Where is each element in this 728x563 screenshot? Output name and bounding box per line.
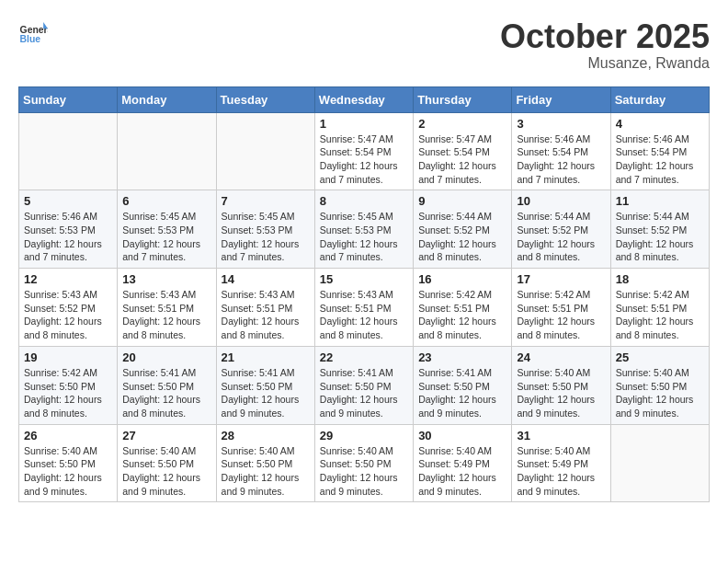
day-number: 21 — [222, 350, 310, 364]
day-info: Sunrise: 5:43 AM Sunset: 5:51 PM Dayligh… — [320, 288, 408, 342]
day-number: 5 — [24, 194, 112, 208]
calendar-cell: 30Sunrise: 5:40 AM Sunset: 5:49 PM Dayli… — [414, 424, 512, 502]
calendar-cell: 29Sunrise: 5:40 AM Sunset: 5:50 PM Dayli… — [314, 424, 413, 502]
calendar-cell: 25Sunrise: 5:40 AM Sunset: 5:50 PM Dayli… — [610, 346, 709, 424]
day-number: 4 — [616, 117, 704, 131]
day-info: Sunrise: 5:45 AM Sunset: 5:53 PM Dayligh… — [320, 210, 408, 264]
calendar-week-row: 12Sunrise: 5:43 AM Sunset: 5:52 PM Dayli… — [19, 269, 710, 347]
day-number: 12 — [24, 272, 112, 286]
day-info: Sunrise: 5:44 AM Sunset: 5:52 PM Dayligh… — [616, 210, 704, 264]
weekday-header: Friday — [512, 86, 610, 112]
day-info: Sunrise: 5:43 AM Sunset: 5:51 PM Dayligh… — [222, 288, 310, 342]
day-number: 7 — [222, 194, 310, 208]
calendar-cell: 2Sunrise: 5:47 AM Sunset: 5:54 PM Daylig… — [414, 112, 512, 190]
day-info: Sunrise: 5:40 AM Sunset: 5:50 PM Dayligh… — [222, 444, 310, 499]
day-number: 17 — [517, 272, 605, 286]
weekday-header: Monday — [118, 86, 216, 112]
calendar-cell: 9Sunrise: 5:44 AM Sunset: 5:52 PM Daylig… — [414, 190, 512, 269]
day-number: 2 — [418, 117, 506, 131]
calendar-cell: 10Sunrise: 5:44 AM Sunset: 5:52 PM Dayli… — [512, 190, 610, 269]
day-number: 8 — [320, 194, 408, 208]
calendar-cell: 22Sunrise: 5:41 AM Sunset: 5:50 PM Dayli… — [314, 346, 413, 424]
calendar-week-row: 5Sunrise: 5:46 AM Sunset: 5:53 PM Daylig… — [19, 190, 710, 269]
calendar-cell: 4Sunrise: 5:46 AM Sunset: 5:54 PM Daylig… — [610, 112, 709, 190]
day-info: Sunrise: 5:42 AM Sunset: 5:51 PM Dayligh… — [616, 288, 704, 342]
day-info: Sunrise: 5:46 AM Sunset: 5:54 PM Dayligh… — [616, 132, 704, 187]
page-header: General Blue October 2025 Musanze, Rwand… — [18, 18, 710, 72]
day-info: Sunrise: 5:41 AM Sunset: 5:50 PM Dayligh… — [122, 366, 210, 420]
weekday-header: Saturday — [610, 86, 709, 112]
day-number: 9 — [418, 194, 506, 208]
calendar-cell — [216, 112, 314, 190]
title-block: October 2025 Musanze, Rwanda — [500, 18, 710, 72]
weekday-header: Sunday — [19, 86, 118, 112]
logo: General Blue — [18, 18, 48, 48]
calendar-cell: 3Sunrise: 5:46 AM Sunset: 5:54 PM Daylig… — [512, 112, 610, 190]
calendar-cell: 15Sunrise: 5:43 AM Sunset: 5:51 PM Dayli… — [314, 269, 413, 347]
calendar-cell: 27Sunrise: 5:40 AM Sunset: 5:50 PM Dayli… — [118, 424, 216, 502]
day-number: 22 — [320, 350, 408, 364]
location-subtitle: Musanze, Rwanda — [500, 55, 710, 72]
day-info: Sunrise: 5:42 AM Sunset: 5:51 PM Dayligh… — [517, 288, 605, 342]
calendar-cell: 12Sunrise: 5:43 AM Sunset: 5:52 PM Dayli… — [19, 269, 118, 347]
calendar-cell: 14Sunrise: 5:43 AM Sunset: 5:51 PM Dayli… — [216, 269, 314, 347]
day-number: 25 — [616, 350, 704, 364]
calendar-cell: 21Sunrise: 5:41 AM Sunset: 5:50 PM Dayli… — [216, 346, 314, 424]
calendar-cell: 8Sunrise: 5:45 AM Sunset: 5:53 PM Daylig… — [314, 190, 413, 269]
day-info: Sunrise: 5:42 AM Sunset: 5:50 PM Dayligh… — [24, 366, 112, 420]
day-info: Sunrise: 5:40 AM Sunset: 5:50 PM Dayligh… — [517, 366, 605, 420]
calendar-cell: 16Sunrise: 5:42 AM Sunset: 5:51 PM Dayli… — [414, 269, 512, 347]
calendar-cell: 17Sunrise: 5:42 AM Sunset: 5:51 PM Dayli… — [512, 269, 610, 347]
day-number: 16 — [418, 272, 506, 286]
calendar-cell: 23Sunrise: 5:41 AM Sunset: 5:50 PM Dayli… — [414, 346, 512, 424]
weekday-header: Tuesday — [216, 86, 314, 112]
calendar-cell: 28Sunrise: 5:40 AM Sunset: 5:50 PM Dayli… — [216, 424, 314, 502]
day-number: 30 — [418, 429, 506, 442]
month-title: October 2025 — [500, 18, 710, 55]
day-number: 3 — [517, 117, 605, 131]
day-info: Sunrise: 5:42 AM Sunset: 5:51 PM Dayligh… — [418, 288, 506, 342]
weekday-header: Wednesday — [314, 86, 413, 112]
day-number: 31 — [517, 429, 605, 442]
day-info: Sunrise: 5:41 AM Sunset: 5:50 PM Dayligh… — [222, 366, 310, 420]
day-info: Sunrise: 5:43 AM Sunset: 5:51 PM Dayligh… — [122, 288, 210, 342]
day-number: 26 — [24, 429, 112, 442]
day-number: 1 — [320, 117, 408, 131]
day-number: 14 — [222, 272, 310, 286]
day-info: Sunrise: 5:43 AM Sunset: 5:52 PM Dayligh… — [24, 288, 112, 342]
day-info: Sunrise: 5:41 AM Sunset: 5:50 PM Dayligh… — [320, 366, 408, 420]
calendar-week-row: 26Sunrise: 5:40 AM Sunset: 5:50 PM Dayli… — [19, 424, 710, 502]
calendar-week-row: 1Sunrise: 5:47 AM Sunset: 5:54 PM Daylig… — [19, 112, 710, 190]
day-number: 19 — [24, 350, 112, 364]
calendar-cell: 20Sunrise: 5:41 AM Sunset: 5:50 PM Dayli… — [118, 346, 216, 424]
svg-text:Blue: Blue — [20, 34, 41, 44]
day-number: 10 — [517, 194, 605, 208]
calendar-header-row: SundayMondayTuesdayWednesdayThursdayFrid… — [19, 86, 710, 112]
day-number: 28 — [222, 429, 310, 442]
calendar-cell — [118, 112, 216, 190]
day-info: Sunrise: 5:44 AM Sunset: 5:52 PM Dayligh… — [418, 210, 506, 264]
calendar-week-row: 19Sunrise: 5:42 AM Sunset: 5:50 PM Dayli… — [19, 346, 710, 424]
day-info: Sunrise: 5:41 AM Sunset: 5:50 PM Dayligh… — [418, 366, 506, 420]
calendar-cell: 7Sunrise: 5:45 AM Sunset: 5:53 PM Daylig… — [216, 190, 314, 269]
calendar-cell — [610, 424, 709, 502]
day-info: Sunrise: 5:40 AM Sunset: 5:50 PM Dayligh… — [320, 444, 408, 499]
day-info: Sunrise: 5:46 AM Sunset: 5:54 PM Dayligh… — [517, 132, 605, 187]
calendar-table: SundayMondayTuesdayWednesdayThursdayFrid… — [18, 86, 710, 503]
calendar-cell: 19Sunrise: 5:42 AM Sunset: 5:50 PM Dayli… — [19, 346, 118, 424]
calendar-cell: 13Sunrise: 5:43 AM Sunset: 5:51 PM Dayli… — [118, 269, 216, 347]
day-info: Sunrise: 5:40 AM Sunset: 5:50 PM Dayligh… — [24, 444, 112, 499]
day-info: Sunrise: 5:40 AM Sunset: 5:50 PM Dayligh… — [122, 444, 210, 499]
day-number: 24 — [517, 350, 605, 364]
calendar-cell: 31Sunrise: 5:40 AM Sunset: 5:49 PM Dayli… — [512, 424, 610, 502]
day-info: Sunrise: 5:40 AM Sunset: 5:50 PM Dayligh… — [616, 366, 704, 420]
day-number: 6 — [122, 194, 210, 208]
day-number: 23 — [418, 350, 506, 364]
day-info: Sunrise: 5:46 AM Sunset: 5:53 PM Dayligh… — [24, 210, 112, 264]
calendar-cell: 11Sunrise: 5:44 AM Sunset: 5:52 PM Dayli… — [610, 190, 709, 269]
day-info: Sunrise: 5:40 AM Sunset: 5:49 PM Dayligh… — [418, 444, 506, 499]
calendar-cell: 18Sunrise: 5:42 AM Sunset: 5:51 PM Dayli… — [610, 269, 709, 347]
day-number: 20 — [122, 350, 210, 364]
day-info: Sunrise: 5:47 AM Sunset: 5:54 PM Dayligh… — [418, 132, 506, 187]
calendar-cell: 6Sunrise: 5:45 AM Sunset: 5:53 PM Daylig… — [118, 190, 216, 269]
